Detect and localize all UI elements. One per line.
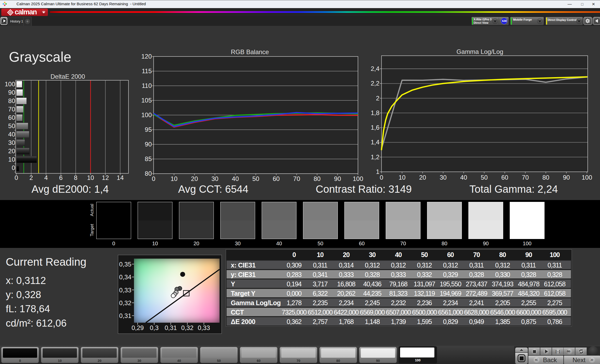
svg-text:0,31: 0,31	[165, 324, 177, 331]
svg-text:2,2: 2,2	[371, 80, 379, 87]
svg-text:0,29: 0,29	[132, 324, 144, 331]
svg-text:80: 80	[8, 97, 15, 104]
svg-text:40: 40	[232, 175, 239, 182]
svg-text:0,33: 0,33	[198, 324, 210, 331]
svg-text:95: 95	[145, 126, 152, 133]
svg-text:0: 0	[152, 175, 155, 182]
svg-text:60: 60	[273, 175, 280, 182]
svg-text:60: 60	[8, 114, 15, 121]
svg-text:0,33: 0,33	[119, 287, 131, 294]
svg-text:50: 50	[8, 122, 15, 129]
svg-text:2,4: 2,4	[371, 65, 379, 72]
svg-text:30: 30	[8, 139, 15, 146]
svg-text:RGB Balance: RGB Balance	[231, 48, 269, 55]
svg-text:10: 10	[171, 175, 178, 182]
svg-text:1: 1	[376, 168, 379, 175]
svg-text:2: 2	[30, 174, 33, 181]
svg-text:DeltaE 2000: DeltaE 2000	[51, 73, 85, 80]
svg-text:20: 20	[191, 175, 198, 182]
svg-text:105: 105	[141, 97, 152, 104]
svg-text:40: 40	[460, 174, 467, 181]
svg-text:14: 14	[117, 174, 124, 181]
svg-text:8: 8	[74, 174, 77, 181]
svg-text:1,8: 1,8	[371, 109, 379, 116]
svg-text:50: 50	[252, 175, 259, 182]
svg-text:90: 90	[8, 89, 15, 96]
svg-text:80: 80	[313, 175, 321, 182]
svg-text:6: 6	[59, 174, 63, 181]
svg-text:40: 40	[8, 131, 15, 138]
svg-text:0,35: 0,35	[119, 261, 131, 268]
svg-text:0,3: 0,3	[150, 324, 159, 331]
svg-text:80: 80	[145, 170, 152, 177]
svg-text:100: 100	[582, 174, 592, 181]
svg-text:60: 60	[501, 174, 508, 181]
svg-text:70: 70	[293, 175, 300, 182]
svg-text:100: 100	[141, 111, 152, 118]
svg-text:100: 100	[353, 175, 363, 182]
svg-text:50: 50	[481, 174, 488, 181]
svg-text:0: 0	[12, 164, 15, 171]
svg-text:10: 10	[87, 174, 94, 181]
svg-text:0: 0	[380, 174, 383, 181]
svg-text:85: 85	[145, 155, 152, 162]
svg-text:0,31: 0,31	[119, 312, 131, 319]
svg-text:30: 30	[211, 175, 218, 182]
svg-text:70: 70	[522, 174, 529, 181]
svg-text:70: 70	[8, 106, 15, 113]
svg-text:90: 90	[334, 175, 341, 182]
svg-text:120: 120	[141, 53, 152, 60]
svg-text:1,6: 1,6	[371, 124, 379, 131]
svg-text:10: 10	[399, 174, 406, 181]
svg-text:1,4: 1,4	[371, 139, 379, 146]
svg-text:115: 115	[142, 67, 152, 75]
svg-text:Gamma Log/Log: Gamma Log/Log	[457, 48, 503, 55]
svg-text:2: 2	[376, 95, 379, 102]
svg-text:80: 80	[542, 174, 549, 181]
svg-text:0,32: 0,32	[119, 299, 131, 306]
svg-text:20: 20	[419, 174, 426, 181]
svg-text:1,2: 1,2	[371, 153, 379, 161]
svg-text:0,34: 0,34	[119, 274, 131, 281]
svg-text:30: 30	[440, 174, 447, 181]
svg-text:4: 4	[44, 174, 48, 181]
svg-text:110: 110	[142, 82, 152, 89]
svg-text:20: 20	[8, 147, 15, 155]
svg-text:0: 0	[15, 174, 18, 181]
svg-text:0,32: 0,32	[181, 324, 194, 331]
svg-text:12: 12	[102, 174, 109, 181]
svg-text:90: 90	[563, 174, 570, 181]
svg-text:100: 100	[5, 81, 15, 88]
svg-text:90: 90	[145, 141, 152, 148]
svg-text:10: 10	[8, 156, 15, 163]
